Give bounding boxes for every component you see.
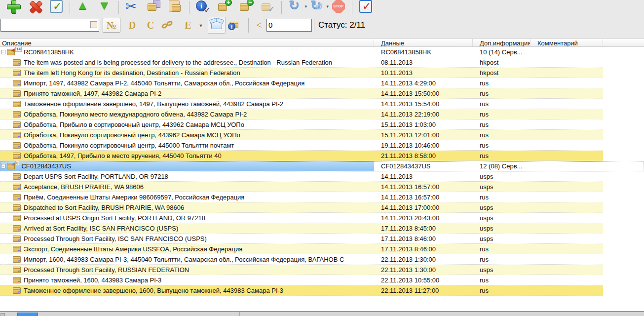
event-row[interactable]: ✓Принято таможней, 1600, 443983 Самара P…: [0, 275, 644, 285]
refresh-button[interactable]: ▾: [284, 0, 306, 15]
description-text: Обработка, Прибыло в сортировочный центр…: [24, 121, 244, 128]
count-input-wrap: [266, 19, 312, 32]
package-check-icon: ✓: [13, 225, 21, 232]
confirm-button[interactable]: [45, 0, 67, 15]
grip-icon: [0, 313, 5, 316]
event-row[interactable]: ✓Обработка, 1497, Прибыло в место вручен…: [0, 151, 644, 161]
filter-input[interactable]: [2, 20, 86, 30]
column-header-2[interactable]: Доп.информация: [473, 39, 530, 46]
comment-cell: [530, 213, 603, 223]
package-check-icon: ✓: [13, 256, 21, 263]
info-cell: rus: [473, 244, 530, 254]
column-header-filler: [603, 39, 644, 46]
info-cell: 12 (08) Серв...: [473, 161, 530, 171]
status-label: Статус: 2/11: [318, 20, 365, 30]
separator: [70, 1, 70, 14]
bottom-status-bar: [0, 311, 644, 316]
package-details-button[interactable]: i✓: [192, 0, 214, 15]
event-row[interactable]: ✓The item was posted and is being proces…: [0, 57, 644, 68]
info-cell: rus: [473, 140, 530, 150]
data-cell: 17.11.2013 8:46:00: [374, 244, 473, 254]
comment-cell: [530, 254, 603, 264]
package-check-icon: ✓: [13, 90, 21, 97]
package-check-icon: ✓: [13, 277, 21, 283]
filter-link-button[interactable]: [159, 18, 177, 33]
column-header-0[interactable]: Описание: [0, 39, 374, 46]
count-input[interactable]: [267, 19, 309, 30]
info-cell: rus: [473, 109, 530, 119]
stop-button[interactable]: [328, 0, 349, 15]
paste-button[interactable]: [165, 0, 187, 15]
filter-event-button[interactable]: E: [179, 18, 197, 33]
add-record-button[interactable]: [2, 0, 24, 15]
event-row[interactable]: ✓Depart USPS Sort Facility, PORTLAND, OR…: [0, 171, 644, 182]
comment-cell: [530, 182, 603, 192]
event-row[interactable]: ✓Processed at USPS Origin Sort Facility,…: [0, 213, 644, 223]
package-verify-button[interactable]: [257, 0, 279, 15]
event-row[interactable]: ✓Принято таможней, 1497, 443982 Самара P…: [0, 88, 644, 99]
event-row[interactable]: ✓Таможенное оформление завершено, 1600, …: [0, 285, 644, 296]
event-row[interactable]: ✓Импорт, 1497, 443982 Самара PI-2, 44504…: [0, 78, 644, 88]
open-box-button[interactable]: [208, 17, 226, 34]
move-down-button[interactable]: [94, 0, 116, 15]
comment-cell: [530, 78, 603, 88]
dropdown-arrow-icon[interactable]: ▾: [198, 18, 204, 33]
event-row[interactable]: ✓Импорт, 1600, 443983 Самара PI-3, 44504…: [0, 254, 644, 265]
collapse-toggle[interactable]: [1, 50, 5, 54]
edit-tasks-button[interactable]: [355, 0, 377, 15]
event-row[interactable]: ✓Экспорт, Соединенные Штаты Америки USSF…: [0, 244, 644, 254]
refresh-all-button[interactable]: ▾: [306, 0, 328, 15]
event-row[interactable]: ✓Приём, Соединенные Штаты Америки 986069…: [0, 192, 644, 202]
comment-cell: [530, 151, 603, 160]
tracking-grid: ОписаниеДанныеДоп.информацияКомментарий …: [0, 39, 644, 296]
delete-record-button[interactable]: [24, 0, 45, 15]
event-row[interactable]: ✓Обработка, Покинуло сортировочный центр…: [0, 140, 644, 151]
separator: [204, 18, 204, 33]
description-text: Processed Through Sort Facility, ISC SAN…: [24, 235, 207, 242]
event-row[interactable]: ✓Acceptance, BRUSH PRAIRIE, WA 9860614.1…: [0, 182, 644, 192]
filter-checkbox[interactable]: [90, 21, 97, 28]
event-row[interactable]: ✓Processed Through Sort Facility, RUSSIA…: [0, 265, 644, 275]
event-row[interactable]: ✓Dispatched to Sort Facility, BRUSH PRAI…: [0, 202, 644, 213]
info-cell: rus: [473, 254, 530, 264]
description-text: Приём, Соединенные Штаты Америки 9860695…: [24, 194, 244, 201]
tracking-group-row[interactable]: 14RC068413858HKRC068413858HK10 (14) Серв…: [0, 47, 644, 57]
event-row[interactable]: ✓Обработка, Покинуло место международног…: [0, 109, 644, 119]
event-row[interactable]: ✓Обработка, Покинуло сортировочный центр…: [0, 130, 644, 140]
plus-icon: [5, 0, 21, 14]
info-cell: rus: [473, 99, 530, 109]
move-up-button[interactable]: [73, 0, 94, 15]
filter-date-button[interactable]: D: [123, 18, 141, 33]
copy-button[interactable]: [143, 0, 165, 15]
cut-button[interactable]: [121, 0, 143, 15]
box-info-button[interactable]: i: [227, 17, 244, 34]
info-cell: rus: [473, 275, 530, 285]
package-remove-button[interactable]: −: [235, 0, 257, 15]
separator: [189, 1, 189, 14]
event-row[interactable]: ✓Таможенное оформление завершено, 1497, …: [0, 99, 644, 109]
event-row[interactable]: ✓The item left Hong Kong for its destina…: [0, 68, 644, 78]
less-than-button[interactable]: <: [253, 18, 265, 33]
tracking-group-row[interactable]: 8CF012843437USCF012843437US12 (08) Серв.…: [0, 161, 644, 171]
event-row[interactable]: ✓Processed Through Sort Facility, ISC SA…: [0, 234, 644, 244]
column-header-3[interactable]: Комментарий: [530, 39, 603, 46]
comment-cell: [530, 68, 603, 78]
package-check-icon: ✓: [13, 215, 21, 221]
scissors-icon: [124, 0, 140, 14]
separator: [248, 18, 249, 33]
column-header-1[interactable]: Данные: [374, 39, 473, 46]
collapse-toggle[interactable]: [1, 164, 5, 168]
filter-number-button[interactable]: №: [103, 18, 120, 33]
package-flag-icon: [7, 163, 15, 169]
event-row[interactable]: ✓Обработка, Прибыло в сортировочный цент…: [0, 119, 644, 130]
event-row[interactable]: ✓Arrived at Sort Facility, ISC SAN FRANC…: [0, 223, 644, 234]
package-add-button[interactable]: +: [214, 0, 235, 15]
description-text: Processed at USPS Origin Sort Facility, …: [24, 214, 205, 222]
progress-chip: [17, 313, 38, 316]
package-check-icon: ✓: [13, 184, 21, 190]
info-cell: hkpost: [473, 68, 530, 78]
data-cell: 22.11.2013 1:30:00: [374, 265, 473, 275]
filter-comment-button[interactable]: C: [142, 18, 159, 33]
package-check-icon: ✓: [13, 70, 21, 76]
copy-icon: [146, 0, 162, 14]
